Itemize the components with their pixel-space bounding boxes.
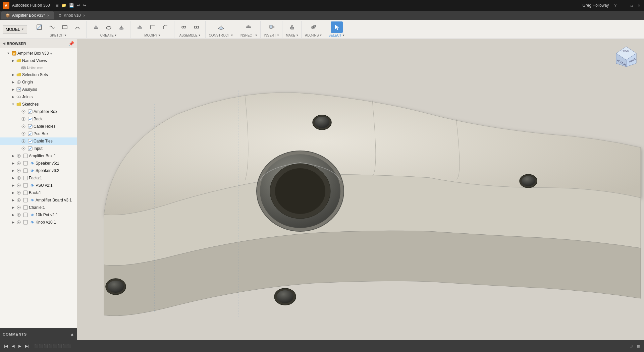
tree-speaker-v6-1[interactable]: Speaker v6:1 (0, 160, 77, 167)
psu-vis-icon[interactable] (16, 183, 21, 188)
close-button[interactable]: ✕ (637, 3, 641, 8)
sketch-button[interactable] (33, 21, 45, 33)
tab-amplifier-box[interactable]: 📦 Amplifier Box v33* ✕ (1, 11, 54, 19)
facia-1-arrow[interactable] (11, 176, 15, 180)
tree-psu-v2-1[interactable]: PSU v2:1 (0, 182, 77, 189)
comp-vis-icon[interactable] (16, 153, 21, 159)
tree-analysis[interactable]: Analysis (0, 86, 77, 93)
tree-selection-sets[interactable]: Selection Sets (0, 71, 77, 78)
revolve-button[interactable] (103, 21, 115, 33)
tree-charlie-1[interactable]: Charlie:1 (0, 204, 77, 211)
tab-close-icon2[interactable]: ✕ (83, 14, 86, 17)
press-pull-button[interactable] (134, 21, 146, 33)
tree-sketches[interactable]: Sketches (0, 101, 77, 108)
save-icon[interactable]: 💾 (69, 3, 74, 8)
play-start-button[interactable]: |◀ (3, 343, 9, 349)
tree-origin[interactable]: Origin (0, 78, 77, 86)
facia-vis-icon[interactable] (16, 175, 21, 181)
insert-button[interactable] (266, 21, 278, 33)
display-settings-button[interactable]: ▦ (635, 343, 641, 349)
rigid-group-button[interactable] (191, 21, 203, 33)
plane-button[interactable] (215, 21, 227, 33)
play-end-button[interactable]: ▶| (24, 343, 30, 349)
speaker-v6-1-arrow[interactable] (11, 161, 15, 166)
analysis-arrow[interactable] (11, 87, 15, 92)
sketch-visibility-icon4[interactable] (21, 131, 26, 136)
browser-pin[interactable]: 📌 (68, 41, 74, 46)
insert-label[interactable]: INSERT▼ (264, 34, 279, 37)
tree-root-arrow[interactable] (6, 51, 11, 56)
undo-icon[interactable]: ↩ (77, 3, 80, 8)
tree-sketch-psu-box[interactable]: Psu Box (0, 130, 77, 137)
tree-facia-1[interactable]: Facia:1 (0, 174, 77, 182)
tree-sketch-cable-holes[interactable]: Cable Holes (0, 123, 77, 130)
ampboard-vis-icon[interactable] (16, 197, 21, 203)
speaker2-vis-icon[interactable] (16, 168, 21, 173)
maximize-button[interactable]: □ (629, 3, 634, 8)
charlie-1-arrow[interactable] (11, 205, 15, 210)
sketch-label[interactable]: SKETCH▼ (50, 34, 66, 37)
construct-label[interactable]: CONSTRUCT▼ (209, 34, 233, 37)
collapse-arrow[interactable]: ◀ (3, 42, 5, 45)
tab-knob[interactable]: ⚙ Knob v10 ✕ (54, 11, 90, 19)
tree-root[interactable]: A Amplifier Box v33 ● (0, 50, 77, 57)
tree-named-views[interactable]: Named Views (0, 57, 77, 64)
minimize-button[interactable]: — (622, 3, 627, 8)
tree-sketch-amplifier-box[interactable]: Amplifier Box (0, 108, 77, 115)
knob-vis-icon[interactable] (16, 220, 21, 225)
back-vis-icon[interactable] (16, 190, 21, 195)
inspect-label[interactable]: INSPECT▼ (239, 34, 257, 37)
select-label[interactable]: SELECT▼ (328, 34, 345, 37)
tree-knob-v10[interactable]: Knob v10:1 (0, 219, 77, 226)
create-label[interactable]: CREATE▼ (100, 34, 117, 37)
named-views-arrow[interactable] (11, 58, 15, 63)
play-back-button[interactable]: ◀ (10, 343, 16, 349)
10k-pot-arrow[interactable] (11, 213, 15, 217)
speaker-v6-2-arrow[interactable] (11, 168, 15, 173)
pin-button[interactable]: ● (50, 52, 52, 55)
addins-button[interactable] (308, 21, 320, 33)
comments-expand-icon[interactable]: ▲ (70, 332, 74, 337)
make-button[interactable] (286, 21, 298, 33)
origin-arrow[interactable] (11, 80, 15, 84)
freeform-button[interactable] (46, 21, 58, 33)
amplifier-box-1-arrow[interactable] (11, 154, 15, 158)
tree-back-1[interactable]: Back:1 (0, 189, 77, 196)
new-icon[interactable]: ⊞ (55, 3, 59, 8)
tab-close-icon[interactable]: ✕ (47, 14, 50, 17)
knob-v10-arrow[interactable] (11, 220, 15, 225)
make-label[interactable]: MAKE▼ (286, 34, 299, 37)
rectangle-button[interactable] (59, 21, 71, 33)
sketch-visibility-icon[interactable] (21, 109, 26, 114)
model-dropdown[interactable]: MODEL ▼ (3, 25, 27, 34)
tree-sketch-back[interactable]: Back (0, 115, 77, 123)
back-1-arrow[interactable] (11, 190, 15, 195)
addins-label[interactable]: ADD-INS▼ (305, 34, 322, 37)
speaker-vis-icon[interactable] (16, 161, 21, 166)
amplifier-board-arrow[interactable] (11, 198, 15, 202)
redo-icon[interactable]: ↪ (83, 3, 86, 8)
select-button[interactable] (331, 21, 343, 33)
tree-speaker-v6-2[interactable]: Speaker v6:2 (0, 167, 77, 174)
modify-label[interactable]: MODIFY▼ (144, 34, 161, 37)
grid-button[interactable]: ⊞ (628, 343, 634, 349)
tree-10k-pot[interactable]: 10k Pot v2:1 (0, 211, 77, 219)
arc-button[interactable] (71, 21, 84, 33)
extrude-button[interactable] (90, 21, 102, 33)
chamfer-button[interactable] (159, 21, 171, 33)
loft-button[interactable] (115, 21, 127, 33)
help-icon[interactable]: ? (614, 3, 616, 8)
fillet-button[interactable] (147, 21, 159, 33)
psu-v2-1-arrow[interactable] (11, 183, 15, 188)
10kpot-vis-icon[interactable] (16, 212, 21, 218)
open-icon[interactable]: 📁 (61, 3, 66, 8)
tree-sketch-cable-ties[interactable]: Cable Ties (0, 137, 77, 145)
sketch-visibility-icon6[interactable] (21, 146, 26, 151)
measure-button[interactable] (243, 21, 255, 33)
sketch-visibility-icon5[interactable] (21, 138, 26, 144)
tree-sketch-input[interactable]: Input (0, 145, 77, 152)
joint-button[interactable] (178, 21, 190, 33)
viewport[interactable]: FRONT RIGHT BOTTOM (77, 39, 644, 340)
tree-joints[interactable]: Joints (0, 93, 77, 101)
selection-sets-arrow[interactable] (11, 72, 15, 77)
